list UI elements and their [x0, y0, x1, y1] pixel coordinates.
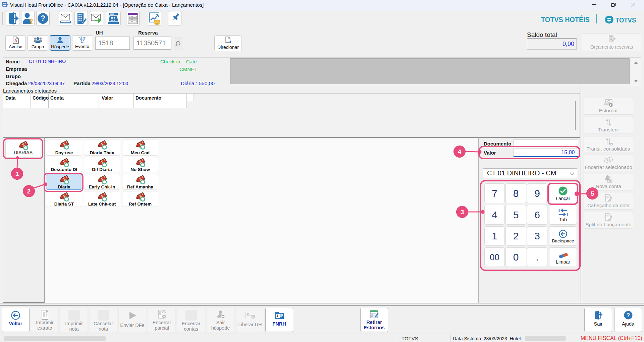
svg-text:2: 2: [27, 188, 31, 195]
svg-text:3: 3: [461, 209, 464, 216]
svg-text:5: 5: [591, 190, 594, 197]
svg-text:4: 4: [458, 148, 462, 155]
svg-text:1: 1: [15, 170, 19, 177]
